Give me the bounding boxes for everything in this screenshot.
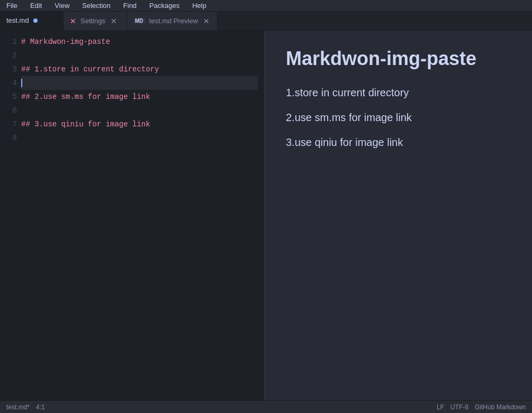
preview-item-2: 2.use sm.ms for image link — [286, 112, 511, 124]
status-position: 4:1 — [36, 403, 45, 411]
tab-bar: test.md ✕ Settings ✕ MD test.md Preview … — [0, 12, 532, 31]
preview-item-1: 1.store in current directory — [286, 87, 511, 99]
editor-lines[interactable]: # Markdwon-img-paste ## 1.store in curre… — [21, 35, 264, 396]
line-number-8: 8 — [4, 131, 17, 145]
preview-title: Markdwon-img-paste — [286, 48, 511, 70]
editor-line-8 — [21, 131, 258, 145]
preview-item-3: 3.use qiniu for image link — [286, 136, 511, 149]
menu-file[interactable]: File — [4, 1, 20, 11]
status-left: test.md* 4:1 — [6, 403, 45, 411]
line-number-2: 2 — [4, 49, 17, 62]
line-number-1: 1 — [4, 35, 17, 49]
tab-test-md[interactable]: test.md — [0, 12, 64, 30]
menu-help[interactable]: Help — [190, 1, 209, 11]
editor-line-1: # Markdwon-img-paste — [21, 35, 258, 49]
editor-line-7: ## 3.use qiniu for image link — [21, 117, 258, 131]
menu-find[interactable]: Find — [121, 1, 139, 11]
editor-line-3: ## 1.store in current directory — [21, 62, 258, 76]
tab-test-md-label: test.md — [6, 16, 29, 24]
line-number-3: 3 — [4, 62, 17, 76]
line-number-5: 5 — [4, 90, 17, 104]
menu-view[interactable]: View — [52, 1, 71, 11]
editor-line-5: ## 2.use sm.ms for image link — [21, 90, 258, 104]
line-numbers: 1 2 3 4 5 6 7 8 — [0, 35, 21, 396]
status-right: LF UTF-8 GitHub Markdown — [437, 403, 526, 411]
editor-line-4 — [21, 76, 258, 90]
menu-packages[interactable]: Packages — [147, 1, 182, 11]
menu-edit[interactable]: Edit — [28, 1, 44, 11]
tab-settings-label: Settings — [80, 17, 105, 25]
close-settings-tab-button[interactable]: ✕ — [110, 17, 118, 25]
editor-body[interactable]: 1 2 3 4 5 6 7 8 # Markdwon-img-paste ## … — [0, 31, 264, 400]
status-bar: test.md* 4:1 LF UTF-8 GitHub Markdown — [0, 400, 532, 413]
status-encoding: UTF-8 — [450, 403, 468, 411]
editor-pane[interactable]: 1 2 3 4 5 6 7 8 # Markdwon-img-paste ## … — [0, 31, 265, 400]
text-cursor — [21, 79, 22, 87]
close-preview-tab-button[interactable]: ✕ — [202, 17, 211, 25]
preview-pane: Markdwon-img-paste 1.store in current di… — [265, 31, 532, 400]
tab-settings[interactable]: ✕ Settings ✕ — [64, 12, 127, 30]
line-number-6: 6 — [4, 104, 17, 117]
settings-icon: ✕ — [70, 17, 76, 25]
main-content: 1 2 3 4 5 6 7 8 # Markdwon-img-paste ## … — [0, 31, 532, 400]
tab-preview[interactable]: MD test.md Preview ✕ — [127, 12, 218, 30]
menu-selection[interactable]: Selection — [80, 1, 112, 11]
status-filename: test.md* — [6, 403, 30, 411]
line-number-4: 4 — [4, 76, 17, 90]
tab-preview-label: test.md Preview — [149, 17, 198, 25]
editor-line-6 — [21, 104, 258, 117]
editor-line-2 — [21, 49, 258, 62]
preview-tab-icon: MD — [133, 17, 145, 24]
status-line-ending: LF — [437, 403, 444, 411]
menu-bar: File Edit View Selection Find Packages H… — [0, 0, 532, 12]
line-number-7: 7 — [4, 117, 17, 131]
tab-modified-indicator — [33, 19, 38, 23]
status-grammar: GitHub Markdown — [475, 403, 526, 411]
